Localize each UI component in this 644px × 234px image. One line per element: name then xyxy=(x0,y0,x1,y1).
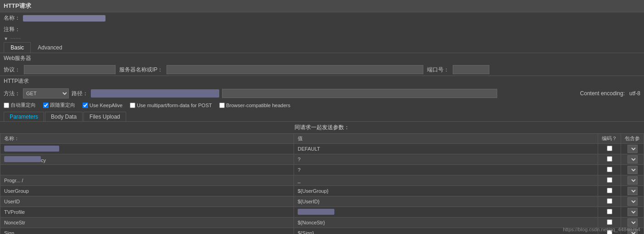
checkboxes-row: 自动重定向 跟随重定向 Use KeepAlive Use multipart/… xyxy=(0,100,644,110)
multipart-checkbox[interactable]: Use multipart/form-data for POST xyxy=(130,103,212,108)
col-header-name: 名称： xyxy=(0,134,294,144)
name-label: 名称： xyxy=(4,14,20,22)
method-path-row: 方法： GET POST PUT DELETE 路径： Content enco… xyxy=(0,87,644,100)
param-encode-cell[interactable] xyxy=(598,154,621,165)
multipart-input[interactable] xyxy=(130,103,135,108)
http-request-label: HTTP请求 xyxy=(0,76,644,87)
param-encode-cell[interactable] xyxy=(598,196,621,207)
tab-advanced[interactable]: Advanced xyxy=(31,42,69,53)
param-name-cell xyxy=(0,165,294,175)
content-encoding-value: utf-8 xyxy=(629,90,640,97)
server-input[interactable] xyxy=(167,65,423,74)
divider-row: ▼ ~~~~ xyxy=(0,35,644,42)
param-name-cell: NonceStr xyxy=(0,218,294,228)
watermark: https://blog.csdn.net/qq_44848764 xyxy=(563,227,640,232)
param-value-cell: ? xyxy=(294,154,598,165)
param-name-cell: UserGroup xyxy=(0,186,294,196)
http-request-section: HTTP请求 方法： GET POST PUT DELETE 路径： Conte… xyxy=(0,76,644,234)
web-server-row: 协议： 服务器名称或IP： 端口号： xyxy=(0,64,644,76)
param-include-cell[interactable]: ✓ xyxy=(621,165,644,175)
keepalive-input[interactable] xyxy=(83,103,88,108)
param-value-cell: DEFAULT xyxy=(294,144,598,154)
param-include-cell[interactable]: ✓ xyxy=(621,154,644,165)
method-label: 方法： xyxy=(4,90,20,98)
divider-dots: ~~~~ xyxy=(10,36,21,41)
tab-files-upload[interactable]: Files Upload xyxy=(83,112,126,121)
table-row: Progr... /_✓ xyxy=(0,175,644,186)
comment-row: 注释： xyxy=(0,24,644,35)
table-row: NonceStr${NonceStr}✓ xyxy=(0,218,644,228)
param-value-cell: ${UserID} xyxy=(294,196,598,207)
tab-body-data[interactable]: Body Data xyxy=(45,112,83,121)
params-title: 同请求一起发送参数： xyxy=(0,122,644,133)
table-row: TVProfile✓ xyxy=(0,207,644,218)
panel-title: HTTP请求 xyxy=(0,0,644,12)
param-include-cell[interactable]: ✓ xyxy=(621,186,644,196)
param-value-cell: ? xyxy=(294,165,598,175)
params-table: 名称： 值 编码？ 包含参 DEFAULT✓cy?✓?✓Progr... /_✓… xyxy=(0,133,644,234)
param-name-cell: cy xyxy=(0,154,294,165)
param-encode-cell[interactable] xyxy=(598,175,621,186)
param-value-cell: _ xyxy=(294,175,598,186)
main-tabs: Basic Advanced xyxy=(0,42,644,53)
protocol-label: 协议： xyxy=(4,66,20,74)
param-value-cell xyxy=(294,207,598,218)
table-row: UserID${UserID}✓ xyxy=(0,196,644,207)
param-include-cell[interactable]: ✓ xyxy=(621,207,644,218)
web-server-label: Web服务器 xyxy=(0,53,644,64)
param-name-cell: TVProfile xyxy=(0,207,294,218)
param-include-cell[interactable]: ✓ xyxy=(621,196,644,207)
param-encode-cell[interactable] xyxy=(598,165,621,175)
path-label: 路径： xyxy=(72,90,88,98)
table-row: cy?✓ xyxy=(0,154,644,165)
col-header-value: 值 xyxy=(294,134,598,144)
collapse-arrow-icon[interactable]: ▼ xyxy=(4,36,8,41)
path-input[interactable] xyxy=(222,89,497,98)
param-encode-cell[interactable] xyxy=(598,144,621,154)
name-row: 名称： xyxy=(0,12,644,24)
table-row: ?✓ xyxy=(0,165,644,175)
table-row: DEFAULT✓ xyxy=(0,144,644,154)
keepalive-checkbox[interactable]: Use KeepAlive xyxy=(83,103,122,108)
param-value-cell: ${UserGroup} xyxy=(294,186,598,196)
port-input[interactable] xyxy=(453,65,489,74)
protocol-input[interactable] xyxy=(24,65,116,74)
comment-label: 注释： xyxy=(4,26,20,33)
param-include-cell[interactable]: ✓ xyxy=(621,175,644,186)
main-panel: HTTP请求 名称： 注释： ▼ ~~~~ Basic Advanced Web… xyxy=(0,0,644,234)
param-encode-cell[interactable] xyxy=(598,207,621,218)
server-label: 服务器名称或IP： xyxy=(119,66,163,74)
param-name-cell xyxy=(0,144,294,154)
table-row: Sign${Sign}✓ xyxy=(0,228,644,234)
param-value-cell: ${Sign} xyxy=(294,228,598,234)
param-value-cell: ${NonceStr} xyxy=(294,218,598,228)
random-redirect-checkbox[interactable]: 跟随重定向 xyxy=(43,102,75,109)
content-encoding-label: Content encoding: xyxy=(580,90,625,97)
param-name-cell: Sign xyxy=(0,228,294,234)
inner-tabs: Parameters Body Data Files Upload xyxy=(0,110,644,121)
param-encode-cell[interactable] xyxy=(598,186,621,196)
tab-parameters[interactable]: Parameters xyxy=(4,112,44,121)
param-name-cell: UserID xyxy=(0,196,294,207)
port-label: 端口号： xyxy=(427,66,449,74)
random-redirect-input[interactable] xyxy=(43,103,49,108)
param-include-cell[interactable]: ✓ xyxy=(621,144,644,154)
table-row: UserGroup${UserGroup}✓ xyxy=(0,186,644,196)
auto-redirect-input[interactable] xyxy=(4,103,9,108)
param-name-cell: Progr... / xyxy=(0,175,294,186)
params-section: 同请求一起发送参数： 名称： 值 编码？ 包含参 DEFAULT✓cy?✓?✓P… xyxy=(0,121,644,234)
auto-redirect-checkbox[interactable]: 自动重定向 xyxy=(4,102,36,109)
method-select[interactable]: GET POST PUT DELETE xyxy=(23,88,69,98)
tab-basic[interactable]: Basic xyxy=(4,42,31,53)
col-header-encode: 编码？ xyxy=(598,134,621,144)
col-header-include: 包含参 xyxy=(621,134,644,144)
browser-headers-input[interactable] xyxy=(219,103,225,108)
browser-headers-checkbox[interactable]: Browser-compatible headers xyxy=(219,103,290,108)
